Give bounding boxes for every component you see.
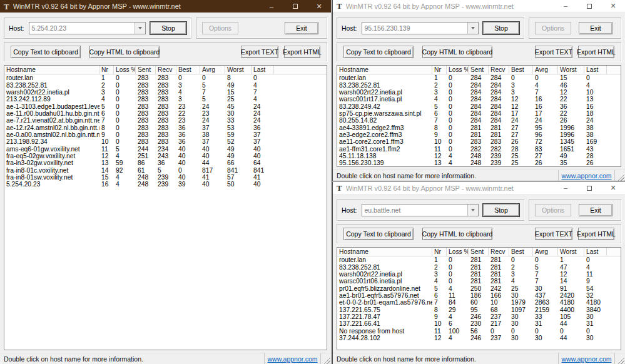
- table-row[interactable]: ae-1-3103.edge1.budapest1.level3.net5028…: [4, 103, 327, 109]
- column-header-nr[interactable]: Nr: [99, 66, 114, 74]
- table-row[interactable]: 83.238.252.812028128125474: [337, 263, 621, 270]
- column-header-sent[interactable]: Sent: [136, 66, 156, 74]
- table-row[interactable]: router.lan102812810010: [337, 256, 621, 263]
- column-header-host[interactable]: Hostname: [337, 66, 432, 74]
- table-row[interactable]: sp75-cp.pie.warszawa.sint.pl602842841717…: [337, 110, 621, 117]
- column-header-worst[interactable]: Worst: [558, 66, 584, 74]
- copy-html-button[interactable]: Copy HTML to clipboard: [422, 46, 492, 58]
- minimize-button[interactable]: –: [554, 182, 577, 194]
- table-row[interactable]: 37.244.28.10212424623730304430: [337, 335, 621, 341]
- close-button[interactable]: ✕: [601, 182, 625, 194]
- table-row[interactable]: warsc001rt06.inetia.pl4028128147149: [337, 278, 621, 285]
- copy-text-button[interactable]: Copy Text to clipboard: [11, 46, 81, 58]
- copy-html-button[interactable]: Copy HTML to clipboard: [89, 46, 160, 58]
- exit-button[interactable]: Exit: [285, 22, 318, 34]
- table-row[interactable]: fra-in8-01sw.voxility.net154248239404157…: [4, 174, 327, 181]
- dropdown-arrow-icon[interactable]: [467, 205, 478, 216]
- appnor-link[interactable]: www.appnor.com: [562, 172, 612, 179]
- table-row[interactable]: 137.221.66.4110623021730314431: [337, 320, 621, 327]
- host-combobox[interactable]: 95.156.230.139: [362, 22, 479, 34]
- table-row[interactable]: No response from host111005600000: [337, 327, 621, 334]
- export-text-button[interactable]: Export TEXT: [535, 46, 572, 58]
- copy-html-button[interactable]: Copy HTML to clipboard: [422, 228, 492, 240]
- exit-button[interactable]: Exit: [579, 204, 612, 216]
- table-row[interactable]: 5.254.20.2316424823939405040: [4, 181, 327, 188]
- table-row[interactable]: 137.221.78.4794246237303310530: [337, 313, 621, 320]
- table-row[interactable]: 213.242.112.894028328335254: [4, 96, 327, 103]
- export-html-button[interactable]: Export HTML: [578, 46, 614, 58]
- table-row[interactable]: router.lan1028428400150: [337, 74, 621, 81]
- table-row[interactable]: fra-in3-02gw.voxility.net135986364044666…: [4, 159, 327, 166]
- column-header-loss[interactable]: Loss %: [114, 66, 136, 74]
- column-header-loss[interactable]: Loss %: [447, 66, 469, 74]
- table-row[interactable]: et-0-0-2-br01-eqam1.as57976.net784601019…: [337, 299, 621, 306]
- column-header-nr[interactable]: Nr: [432, 248, 447, 256]
- maximize-button[interactable]: [283, 0, 307, 13]
- table-row[interactable]: warsh002rt22.inetia.pl3028328347157: [4, 89, 327, 96]
- column-header-recv[interactable]: Recv: [156, 66, 176, 74]
- resize-grip[interactable]: [322, 356, 330, 364]
- maximize-button[interactable]: [577, 0, 601, 12]
- host-combobox[interactable]: eu.battle.net: [362, 204, 479, 216]
- column-header-avrg[interactable]: Avrg: [200, 66, 225, 74]
- table-row[interactable]: 45.11.18.13812424823925274928: [337, 153, 621, 159]
- column-header-nr[interactable]: Nr: [432, 66, 447, 74]
- column-header-sent[interactable]: Sent: [469, 66, 489, 74]
- maximize-button[interactable]: [577, 182, 601, 194]
- options-button[interactable]: Options: [535, 22, 571, 34]
- table-row[interactable]: ae11-core2.core1.ffm31002832832672134516…: [337, 138, 621, 145]
- table-row[interactable]: 83.238.249.425028428412163616: [337, 103, 621, 109]
- options-button[interactable]: Options: [202, 22, 238, 34]
- table-row[interactable]: ams-eq6-01gw.voxility.net115244234404049…: [4, 145, 327, 152]
- table-row[interactable]: 95.156.230.13913424823925263526: [337, 159, 621, 166]
- minimize-button[interactable]: –: [554, 0, 577, 12]
- column-header-host[interactable]: Hostname: [4, 66, 99, 74]
- titlebar[interactable]: T WinMTR v0.92 64 bit by Appnor MSP - ww…: [0, 0, 331, 13]
- close-button[interactable]: ✕: [307, 0, 331, 13]
- column-header-best[interactable]: Best: [509, 248, 533, 256]
- table-row[interactable]: ae-12.r24.amstnl02.nl.bb.gin.ntt.net8028…: [4, 124, 327, 131]
- column-header-best[interactable]: Best: [509, 66, 533, 74]
- table-row[interactable]: 83.238.252.812028428434464: [337, 81, 621, 88]
- options-button[interactable]: Options: [535, 204, 571, 216]
- table-row[interactable]: 83.238.252.812028328335494: [4, 81, 327, 88]
- copy-text-button[interactable]: Copy Text to clipboard: [343, 228, 414, 240]
- table-row[interactable]: ae-11.r00.budahu01.hu.bb.gin.ntt.net6028…: [4, 110, 327, 117]
- column-header-last[interactable]: Last: [252, 66, 274, 74]
- table-row[interactable]: pr01.eqfr5.blizzardonline.net54250242253…: [337, 285, 621, 291]
- column-header-worst[interactable]: Worst: [225, 66, 252, 74]
- column-header-best[interactable]: Best: [176, 66, 200, 74]
- minimize-button[interactable]: –: [260, 0, 283, 13]
- table-row[interactable]: fra-eq5-02gw.voxility.net124251243404049…: [4, 153, 327, 159]
- export-text-button[interactable]: Export TEXT: [535, 228, 572, 240]
- column-header-last[interactable]: Last: [584, 248, 607, 256]
- table-row[interactable]: ae-7.r21.vienat02.at.bb.gin.ntt.net70283…: [4, 117, 327, 124]
- table-row[interactable]: fra-in8-01c.voxility.net1492615081784184…: [4, 166, 327, 173]
- resize-grip[interactable]: [616, 173, 624, 181]
- stop-button[interactable]: Stop: [483, 22, 519, 34]
- table-row[interactable]: 213.198.92.3410028328336375237: [4, 138, 327, 145]
- column-header-host[interactable]: Hostname: [337, 248, 432, 256]
- table-row[interactable]: ae4-33891.edge2.ffm3802812812795199638: [337, 124, 621, 131]
- exit-button[interactable]: Exit: [579, 22, 612, 34]
- host-combobox[interactable]: 5.254.20.23: [29, 22, 146, 34]
- resize-grip[interactable]: [616, 356, 624, 364]
- table-row[interactable]: ae3-edge2.core2.ffm3902812812796199638: [337, 131, 621, 138]
- column-header-avrg[interactable]: Avrg: [533, 66, 558, 74]
- column-header-avrg[interactable]: Avrg: [533, 248, 558, 256]
- column-header-sent[interactable]: Sent: [469, 248, 489, 256]
- table-row[interactable]: router.lan102832830080: [4, 74, 327, 81]
- export-html-button[interactable]: Export HTML: [284, 46, 320, 58]
- export-html-button[interactable]: Export HTML: [578, 228, 614, 240]
- table-row[interactable]: 137.221.65.7582995681097215944003840: [337, 306, 621, 313]
- table-row[interactable]: 80.255.14.827028428424242624: [337, 117, 621, 124]
- dropdown-arrow-icon[interactable]: [135, 23, 145, 34]
- table-row[interactable]: ae1-ffm31.core1.ffm21102822822883165143: [337, 145, 621, 152]
- appnor-link[interactable]: www.appnor.com: [562, 355, 612, 363]
- column-header-recv[interactable]: Recv: [489, 248, 509, 256]
- column-header-last[interactable]: Last: [584, 66, 607, 74]
- table-row[interactable]: ae-0.a00.amstnl02.nl.bb.gin.ntt.net90283…: [4, 131, 327, 138]
- table-row[interactable]: warsh002rt22.inetia.pl30281281371211: [337, 271, 621, 278]
- stop-button[interactable]: Stop: [483, 204, 519, 216]
- copy-text-button[interactable]: Copy Text to clipboard: [343, 46, 414, 58]
